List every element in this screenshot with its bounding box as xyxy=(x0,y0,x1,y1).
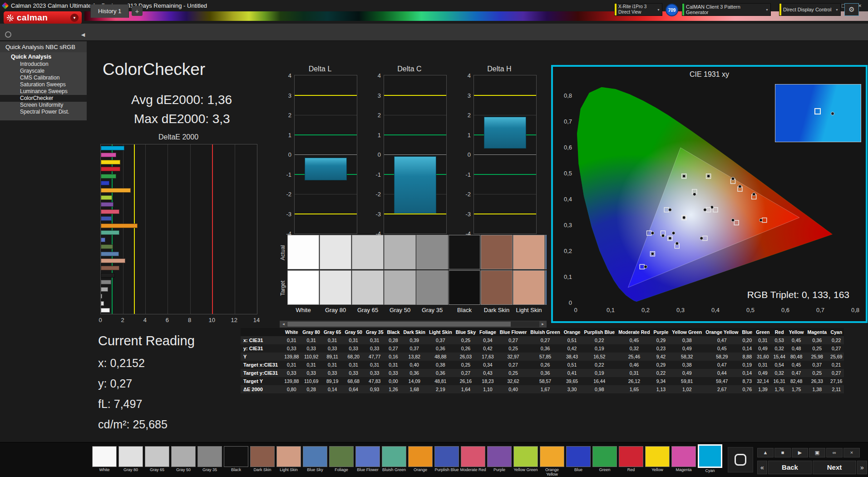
rec709-badge[interactable]: 709 xyxy=(666,4,678,16)
nav-prev-icon-button[interactable]: « xyxy=(757,461,767,474)
patch-label: Bluish Green xyxy=(381,468,407,472)
table-cell: 0,22 xyxy=(829,336,844,344)
y-tick-label: 0 xyxy=(280,151,291,158)
meter-dropdown[interactable]: X-Rite i1Pro 3 Direct View ▼ xyxy=(614,3,662,16)
patch-gray-35[interactable]: Gray 35 xyxy=(197,446,223,472)
calman-brand: calman xyxy=(17,13,48,23)
patch-blue-sky[interactable]: Blue Sky xyxy=(302,446,328,472)
patch-light-skin[interactable]: Light Skin xyxy=(276,446,302,472)
svg-text:0: 0 xyxy=(574,307,577,313)
reading-fl: fL: 7,497 xyxy=(98,398,195,411)
stop-button[interactable]: ■ xyxy=(774,448,791,457)
patch-bluish-green[interactable]: Bluish Green xyxy=(381,446,407,472)
patch-blue[interactable]: Blue xyxy=(565,446,592,472)
table-cell: 68,20 xyxy=(343,353,364,361)
sidebar-item-luminance-sweeps[interactable]: Luminance Sweeps xyxy=(0,88,87,95)
pattern-toggle-button[interactable]: ▣ xyxy=(809,448,825,457)
table-cell: 0,49 xyxy=(670,369,704,377)
table-cell: 31,60 xyxy=(754,353,771,361)
patch-blue-flower[interactable]: Blue Flower xyxy=(355,446,381,472)
table-cell: 0,32 xyxy=(772,369,787,377)
add-tab-button[interactable]: + xyxy=(132,6,143,16)
patch-cyan[interactable]: Cyan xyxy=(697,446,723,473)
settings-gear-button[interactable]: ⚙ xyxy=(844,3,859,16)
sidebar-collapse-button[interactable]: ◀ xyxy=(79,30,87,39)
patch-green[interactable]: Green xyxy=(592,446,618,472)
actual-swatch-dark-skin xyxy=(481,235,513,269)
close-controls-button[interactable]: × xyxy=(843,448,860,457)
table-cell: 0,20 xyxy=(740,336,754,344)
patch-swatch xyxy=(118,446,143,467)
patch-moderate-red[interactable]: Moderate Red xyxy=(460,446,486,472)
x-tick-label: 6 xyxy=(166,317,169,323)
patch-swatch xyxy=(276,446,301,467)
meter-mode: Direct View xyxy=(618,10,641,15)
pin-button[interactable] xyxy=(5,31,11,38)
display-control-dropdown[interactable]: Direct Display Control ▼ xyxy=(779,3,841,16)
play-button[interactable]: ▶ xyxy=(792,448,808,457)
table-cell: 0,14 xyxy=(322,385,343,393)
cie-measured-point xyxy=(700,237,703,240)
patch-gray-50[interactable]: Gray 50 xyxy=(170,446,197,472)
patch-gray-65[interactable]: Gray 65 xyxy=(144,446,170,472)
svg-text:0,3: 0,3 xyxy=(676,307,685,313)
table-cell: 0,29 xyxy=(652,361,671,369)
actual-row-label: Actual xyxy=(280,238,287,267)
patch-label: Blue xyxy=(565,468,592,472)
sidebar-item-spectral-power-dist-[interactable]: Spectral Power Dist. xyxy=(0,109,87,115)
table-cell: 0,33 xyxy=(385,369,401,377)
patch-yellow[interactable]: Yellow xyxy=(644,446,671,472)
table-cell: 0,36 xyxy=(402,369,427,377)
patch-red[interactable]: Red xyxy=(618,446,644,472)
nav-next-icon-button[interactable]: » xyxy=(857,461,867,474)
table-cell: 0,33 xyxy=(301,369,322,377)
patch-swatch xyxy=(566,446,591,467)
de-bar xyxy=(101,181,109,185)
table-cell: 16,44 xyxy=(582,377,616,385)
patch-orange[interactable]: Orange xyxy=(407,446,434,472)
patch-purplish-blue[interactable]: Purplish Blue xyxy=(434,446,460,472)
sidebar-item-saturation-sweeps[interactable]: Saturation Sweeps xyxy=(0,81,87,88)
table-cell: 0,22 xyxy=(652,369,671,377)
sidebar-item-introduction[interactable]: Introduction xyxy=(0,61,87,68)
cie-1931-panel[interactable]: 00,10,20,30,40,50,60,70,800,10,20,30,40,… xyxy=(551,65,868,323)
pattern-generator-dropdown[interactable]: CalMAN Client 3 Pattern Generator ▼ xyxy=(682,3,771,16)
patch-black[interactable]: Black xyxy=(223,446,249,472)
patch-white[interactable]: White xyxy=(91,446,118,472)
y-tick-label: 0 xyxy=(369,151,381,158)
scroll-left-button[interactable]: ◂ xyxy=(280,321,287,327)
tab-history-1[interactable]: History 1 xyxy=(90,4,129,18)
next-button[interactable]: Next xyxy=(813,461,856,474)
table-cell: 0,26 xyxy=(454,344,478,353)
table-cell: 0,25 xyxy=(806,344,829,353)
patch-magenta[interactable]: Magenta xyxy=(671,446,697,472)
patch-gray-80[interactable]: Gray 80 xyxy=(118,446,144,472)
sidebar-item-colorchecker[interactable]: ColorChecker xyxy=(0,95,87,102)
target-swatch-gray-50 xyxy=(384,270,416,305)
workflow-root-node[interactable]: Quick Analysis xyxy=(0,52,87,61)
scroll-thumb[interactable] xyxy=(287,322,511,327)
pattern-window-button[interactable] xyxy=(728,447,753,472)
sidebar-item-screen-uniformity[interactable]: Screen Uniformity xyxy=(0,102,87,109)
patch-dark-skin[interactable]: Dark Skin xyxy=(249,446,276,472)
y-tick-label: -3 xyxy=(459,210,471,217)
patch-foliage[interactable]: Foliage xyxy=(328,446,355,472)
table-cell: 0,33 xyxy=(343,344,364,353)
table-cell: 58,57 xyxy=(528,377,562,385)
workflow-header: Quick Analysis NBC sRGB xyxy=(0,41,87,52)
table-header-row: WhiteGray 80Gray 65Gray 50Gray 35BlackDa… xyxy=(241,328,844,336)
patch-label: Dark Skin xyxy=(249,468,276,472)
calman-logo-menu[interactable]: calman ▼ xyxy=(4,11,82,24)
continuous-measure-button[interactable]: ∞ xyxy=(826,448,843,457)
collapse-up-button[interactable]: ▲ xyxy=(757,448,774,457)
sidebar-item-cms-calibration[interactable]: CMS Calibration xyxy=(0,75,87,81)
table-cell: 110,69 xyxy=(301,377,322,385)
tab-bar xyxy=(0,24,868,41)
patch-yellow-green[interactable]: Yellow Green xyxy=(513,446,539,472)
scroll-right-button[interactable]: ▸ xyxy=(539,321,546,327)
table-cell: 0,22 xyxy=(582,361,616,369)
patch-purple[interactable]: Purple xyxy=(486,446,513,472)
sidebar-item-grayscale[interactable]: Grayscale xyxy=(0,68,87,75)
back-button[interactable]: Back xyxy=(768,461,812,474)
patch-orange-yellow[interactable]: Orange Yellow xyxy=(539,446,565,477)
